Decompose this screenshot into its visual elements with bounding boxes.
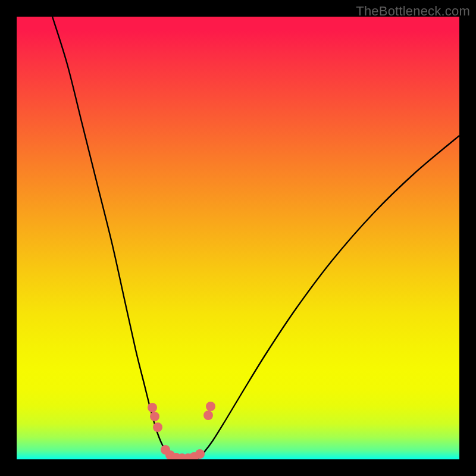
data-dot xyxy=(206,402,215,411)
plot-area xyxy=(17,17,459,459)
data-dot xyxy=(150,412,159,421)
data-dot xyxy=(195,449,205,459)
outer-frame: TheBottleneck.com xyxy=(0,0,476,476)
data-dot xyxy=(203,411,213,420)
chart-svg xyxy=(17,17,459,459)
bottleneck-curve xyxy=(52,17,459,459)
watermark-text: TheBottleneck.com xyxy=(356,4,470,19)
data-dot xyxy=(148,403,157,412)
data-dot xyxy=(153,422,162,432)
